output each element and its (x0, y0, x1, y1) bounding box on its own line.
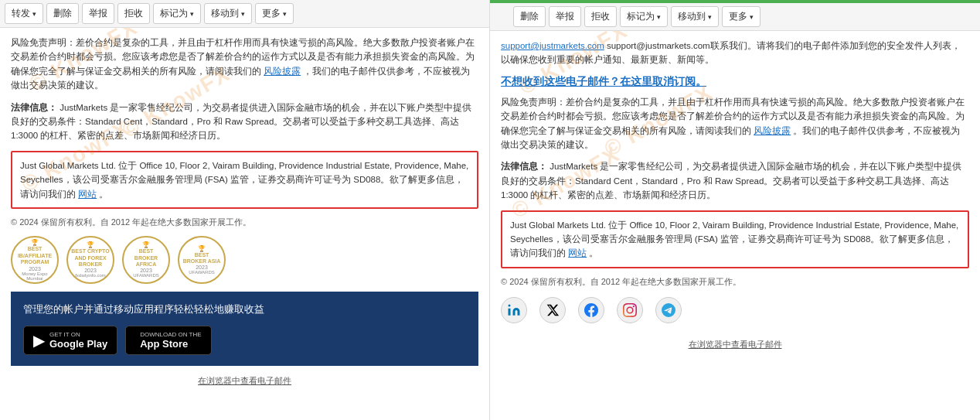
left-more-label: 更多 (262, 7, 281, 20)
right-report-button[interactable]: 举报 (549, 6, 581, 27)
app-buttons-left: ▶ GET IT ON Google Play Download on the … (23, 326, 466, 355)
left-more-chevron-icon: ▾ (283, 10, 287, 18)
telegram-icon[interactable] (655, 297, 682, 323)
svg-rect-0 (509, 308, 511, 315)
left-view-browser-link[interactable]: 在浏览器中查看电子邮件 (11, 369, 478, 393)
right-reg-link[interactable]: 网站 (568, 248, 587, 258)
left-panel: 转发 ▾ 删除 举报 拒收 标记为 ▾ 移动到 ▾ 更多 ▾ © KnowFX … (0, 0, 490, 420)
award-1: 🏆 BEST IB/AFFILIATE PROGRAM 2023 Money E… (11, 236, 59, 284)
left-reject-label: 拒收 (124, 7, 143, 20)
right-legal-paragraph: 法律信息： JustMarkets 是一家零售经纪公司，为交易者提供进入国际金融… (501, 159, 969, 202)
left-reg-period: 。 (99, 190, 108, 199)
right-move-chevron-icon: ▾ (708, 13, 712, 21)
google-play-text: GET IT ON Google Play (49, 331, 107, 350)
left-reg-text: Just Global Markets Ltd. 位于 Office 10, F… (20, 159, 469, 201)
right-more-label: 更多 (729, 10, 747, 23)
left-toolbar: 转发 ▾ 删除 举报 拒收 标记为 ▾ 移动到 ▾ 更多 ▾ (0, 0, 489, 28)
instagram-icon[interactable] (617, 297, 643, 323)
right-delete-button[interactable]: 删除 (513, 6, 546, 27)
left-legal-text: JustMarkets 是一家零售经纪公司，为交易者提供进入国际金融市场的机会，… (11, 103, 471, 141)
right-copyright: © 2024 保留所有权利。自 2012 年起在绝大多数国家开展工作。 (501, 276, 969, 288)
left-move-button[interactable]: 移动到 ▾ (204, 3, 252, 24)
right-legal-label: 法律信息： (501, 162, 547, 171)
left-move-chevron-icon: ▾ (241, 10, 245, 18)
left-legal-paragraph: 法律信息： JustMarkets 是一家零售经纪公司，为交易者提供进入国际金融… (11, 101, 478, 143)
right-reject-label: 拒收 (591, 10, 610, 23)
left-reject-button[interactable]: 拒收 (117, 3, 150, 24)
app-store-store: App Store (140, 338, 201, 350)
left-delete-button[interactable]: 删除 (46, 3, 79, 24)
right-view-browser-link[interactable]: 在浏览器中查看电子邮件 (501, 333, 969, 357)
award-1-title: BEST IB/AFFILIATE PROGRAM (15, 246, 54, 265)
left-reg-box: Just Global Markets Ltd. 位于 Office 10, F… (11, 151, 478, 209)
left-mark-label: 标记为 (160, 7, 188, 20)
app-store-get-it: Download on the (140, 331, 201, 338)
right-move-label: 移动到 (678, 10, 706, 23)
app-store-button[interactable]: Download on the App Store (125, 326, 211, 355)
right-panel: 删除 举报 拒收 标记为 ▾ 移动到 ▾ 更多 ▾ © KnowFX © Kno… (490, 0, 980, 420)
right-mark-chevron-icon: ▾ (657, 13, 661, 21)
right-more-chevron-icon: ▾ (750, 13, 754, 21)
right-move-button[interactable]: 移动到 ▾ (671, 6, 719, 27)
right-mark-label: 标记为 (627, 10, 655, 23)
app-store-text: Download on the App Store (140, 331, 201, 350)
award-4-title: BEST BROKER ASIA (182, 252, 221, 265)
award-3: 🏆 BEST BROKER AFRICA 2023 UFAWARDS (122, 236, 170, 284)
award-2-year: 2023 (84, 268, 97, 273)
right-content: © KnowFX © KnowFX © KnowFX support@justm… (490, 31, 980, 364)
right-legal-text: JustMarkets 是一家零售经纪公司，为交易者提供进入国际金融市场的机会，… (501, 162, 961, 200)
left-risk-link[interactable]: 风险披露 (264, 67, 301, 76)
right-more-button[interactable]: 更多 ▾ (722, 6, 761, 27)
right-reg-box: Just Global Markets Ltd. 位于 Office 10, F… (501, 210, 969, 268)
right-delete-label: 删除 (520, 10, 539, 23)
left-content: © KnowFX © KnowFX © KnowFX 风险免责声明：差价合约是复… (0, 28, 489, 401)
right-support-paragraph: support@justmarkets.com support@justmark… (501, 39, 969, 67)
awards-row: 🏆 BEST IB/AFFILIATE PROGRAM 2023 Money E… (11, 236, 478, 284)
right-view-browser-text: 在浏览器中查看电子邮件 (689, 340, 782, 349)
linkedin-icon[interactable] (501, 297, 527, 323)
award-3-source: UFAWARDS (133, 273, 159, 278)
award-2-source: fxdailyinfo.com (75, 273, 106, 278)
award-3-title: BEST BROKER AFRICA (127, 248, 165, 268)
google-play-button[interactable]: ▶ GET IT ON Google Play (23, 326, 117, 355)
right-toolbar: 删除 举报 拒收 标记为 ▾ 移动到 ▾ 更多 ▾ (490, 3, 980, 31)
left-mark-chevron-icon: ▾ (190, 10, 194, 18)
award-3-year: 2023 (140, 268, 152, 273)
left-mark-button[interactable]: 标记为 ▾ (153, 3, 201, 24)
svg-point-1 (509, 304, 511, 306)
left-move-label: 移动到 (211, 7, 239, 20)
left-legal-label: 法律信息： (11, 103, 57, 112)
google-play-get-it: GET IT ON (49, 331, 107, 338)
left-reg-link[interactable]: 网站 (78, 190, 97, 199)
google-play-icon: ▶ (33, 331, 45, 350)
app-banner-title: 管理您的帐户并通过移动应用程序轻松轻松地赚取收益 (23, 302, 466, 316)
social-icons-row (501, 297, 969, 323)
forward-button[interactable]: 转发 ▾ (5, 3, 43, 24)
award-2-title: BEST CRYPTO AND FOREX BROKER (71, 248, 110, 268)
left-more-button[interactable]: 更多 ▾ (255, 3, 294, 24)
right-reject-button[interactable]: 拒收 (584, 6, 617, 27)
right-reg-period: 。 (589, 248, 598, 258)
left-report-label: 举报 (89, 7, 107, 20)
left-view-browser-text: 在浏览器中查看电子邮件 (198, 376, 291, 385)
right-risk-link[interactable]: 风险披露 (754, 126, 791, 135)
forward-label: 转发 (12, 7, 30, 20)
right-mark-button[interactable]: 标记为 ▾ (620, 6, 668, 27)
award-2: 🏆 BEST CRYPTO AND FOREX BROKER 2023 fxda… (66, 236, 114, 284)
left-report-button[interactable]: 举报 (82, 3, 114, 24)
x-twitter-icon[interactable] (539, 297, 566, 323)
google-play-store: Google Play (49, 338, 107, 350)
right-report-label: 举报 (556, 10, 574, 23)
left-risk-paragraph: 风险免责声明：差价合约是复杂的工具，并且由于杠杆作用而具有快速亏损的高风险。绝大… (11, 36, 478, 93)
award-4: 🏆 BEST BROKER ASIA 2023 UFAWARDS (178, 236, 226, 284)
left-copyright: © 2024 保留所有权利。自 2012 年起在绝大多数国家开展工作。 (11, 217, 478, 228)
right-reg-text: Just Global Markets Ltd. 位于 Office 10, F… (510, 218, 960, 261)
right-support-email[interactable]: support@justmarkets.com (501, 41, 604, 50)
app-banner-left: 管理您的帐户并通过移动应用程序轻松轻松地赚取收益 ▶ GET IT ON Goo… (11, 292, 478, 366)
right-unsubscribe-header[interactable]: 不想收到这些电子邮件？在这里取消订阅。 (501, 75, 969, 89)
award-4-source: UFAWARDS (189, 270, 215, 275)
award-1-source: Money Expo Mumbai (15, 271, 54, 281)
award-4-year: 2023 (196, 265, 208, 270)
facebook-icon[interactable] (578, 297, 604, 323)
forward-chevron-icon: ▾ (32, 10, 36, 18)
